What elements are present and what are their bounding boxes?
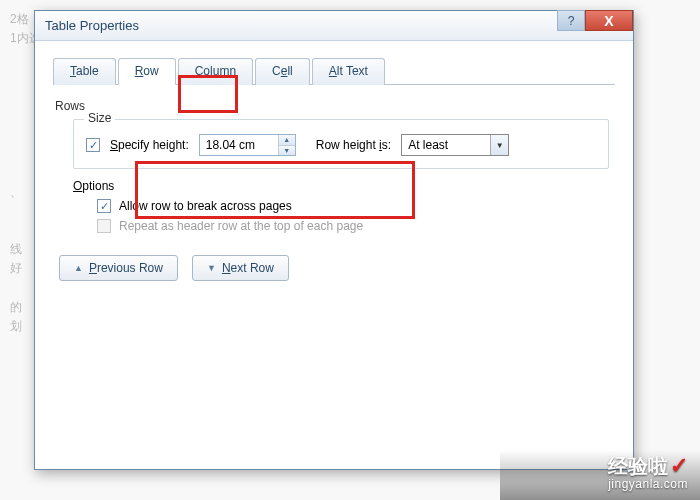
height-spin-up[interactable]: ▲	[279, 135, 295, 146]
titlebar: Table Properties ? X	[35, 11, 633, 41]
watermark-url: jingyanla.com	[608, 478, 688, 492]
tab-cell[interactable]: Cell	[255, 58, 310, 85]
specify-height-label: Specify height:	[110, 138, 189, 152]
tab-row[interactable]: Row	[118, 58, 176, 85]
watermark: 经验啦✓ jingyanla.com	[608, 453, 688, 492]
rows-label: Rows	[55, 99, 615, 113]
row-height-is-combo[interactable]: At least ▼	[401, 134, 509, 156]
repeat-header-row: Repeat as header row at the top of each …	[97, 219, 609, 233]
tab-strip: Table Row Column Cell Alt Text	[53, 57, 615, 85]
tab-column[interactable]: Column	[178, 58, 253, 85]
repeat-header-label: Repeat as header row at the top of each …	[119, 219, 363, 233]
combo-dropdown-button[interactable]: ▼	[490, 135, 508, 155]
row-height-is-value: At least	[402, 135, 490, 155]
allow-break-label: Allow row to break across pages	[119, 199, 292, 213]
previous-row-button[interactable]: ▲ Previous Row	[59, 255, 178, 281]
dialog-body: Table Row Column Cell Alt Text Rows Size…	[35, 41, 633, 297]
tab-table[interactable]: Table	[53, 58, 116, 85]
height-spinner[interactable]: ▲ ▼	[199, 134, 296, 156]
close-button[interactable]: X	[585, 10, 633, 31]
height-spin-down[interactable]: ▼	[279, 146, 295, 156]
help-button[interactable]: ?	[557, 10, 585, 31]
triangle-down-icon: ▼	[207, 263, 216, 273]
allow-break-row: ✓ Allow row to break across pages	[97, 199, 609, 213]
repeat-header-checkbox	[97, 219, 111, 233]
height-input[interactable]	[200, 135, 278, 155]
check-icon: ✓	[670, 453, 688, 478]
nav-row: ▲ Previous Row ▼ Next Row	[59, 255, 615, 281]
tab-alt-text[interactable]: Alt Text	[312, 58, 385, 85]
triangle-up-icon: ▲	[74, 263, 83, 273]
dialog-title: Table Properties	[45, 18, 139, 33]
size-legend: Size	[84, 111, 115, 125]
size-group: Size ✓ Specify height: ▲ ▼ Row height is…	[73, 119, 609, 169]
next-row-button[interactable]: ▼ Next Row	[192, 255, 289, 281]
options-legend: Options	[73, 179, 609, 193]
table-properties-dialog: Table Properties ? X Table Row Column Ce…	[34, 10, 634, 470]
window-controls: ? X	[557, 10, 633, 31]
allow-break-checkbox[interactable]: ✓	[97, 199, 111, 213]
row-height-is-label: Row height is:	[316, 138, 391, 152]
specify-height-checkbox[interactable]: ✓	[86, 138, 100, 152]
